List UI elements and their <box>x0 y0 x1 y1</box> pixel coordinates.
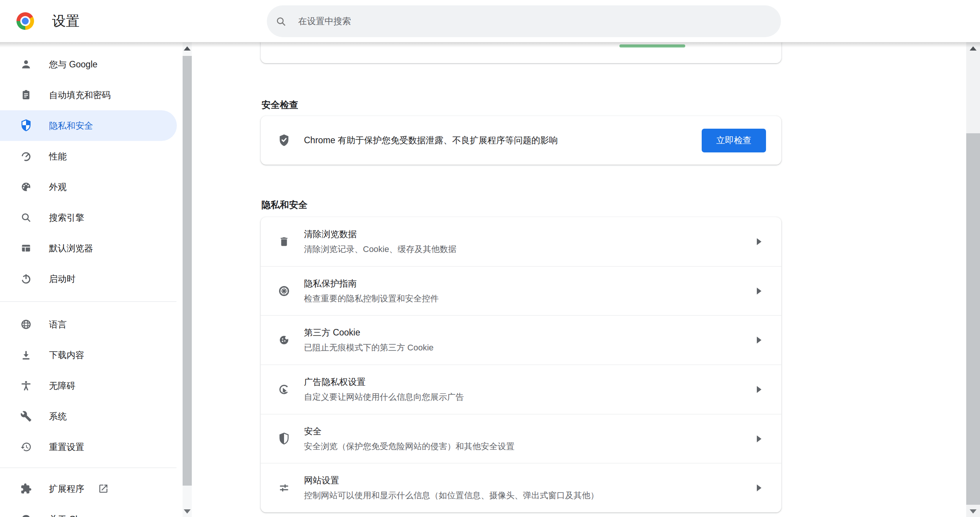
privacy-settings-card: 清除浏览数据 清除浏览记录、Cookie、缓存及其他数据 隐私保护 <box>261 217 781 512</box>
magnifier-icon <box>20 212 32 223</box>
sidebar-item-system[interactable]: 系统 <box>0 401 177 432</box>
main-scrollbar-thumb[interactable] <box>966 133 980 505</box>
row-subtitle: 检查重要的隐私控制设置和安全控件 <box>304 293 439 304</box>
sidebar-item-autofill[interactable]: 自动填充和密码 <box>0 80 177 110</box>
puzzle-icon <box>20 483 32 494</box>
safety-check-heading: 安全检查 <box>261 100 298 110</box>
safety-check-card: Chrome 有助于保护您免受数据泄露、不良扩展程序等问题的影响 立即检查 <box>261 116 781 165</box>
sidebar-item-label: 性能 <box>49 151 67 162</box>
globe-icon <box>20 319 32 330</box>
sidebar-item-accessibility[interactable]: 无障碍 <box>0 370 177 401</box>
power-icon <box>20 273 32 285</box>
sidebar-item-label: 外观 <box>49 181 67 193</box>
row-title: 隐私保护指南 <box>304 278 439 290</box>
chrome-gray-icon <box>20 514 32 517</box>
sidebar-item-about-chrome[interactable]: 关于 Chrome <box>0 504 177 517</box>
row-subtitle: 已阻止无痕模式下的第三方 Cookie <box>304 342 434 353</box>
sidebar-item-reset-settings[interactable]: 重置设置 <box>0 432 177 462</box>
toolbar: 设置 在设置中搜索 <box>0 0 980 42</box>
main-scrollbar[interactable] <box>966 42 980 517</box>
chevron-right-icon <box>757 238 761 245</box>
security-shield-icon <box>278 432 291 445</box>
privacy-shield-icon <box>20 119 32 132</box>
row-title: 第三方 Cookie <box>304 327 434 339</box>
sidebar-scrollbar-thumb[interactable] <box>183 56 192 486</box>
sidebar-item-label: 语言 <box>49 319 67 330</box>
download-icon <box>20 349 32 361</box>
sidebar-divider <box>0 301 176 302</box>
shield-check-icon <box>278 134 290 147</box>
row-title: 广告隐私权设置 <box>304 376 464 388</box>
row-ad-privacy[interactable]: 广告隐私权设置 自定义要让网站使用什么信息向您展示广告 <box>261 365 781 414</box>
row-subtitle: 自定义要让网站使用什么信息向您展示广告 <box>304 391 464 403</box>
sidebar-item-default-browser[interactable]: 默认浏览器 <box>0 233 177 263</box>
open-in-new-icon <box>98 483 109 494</box>
chrome-settings-window: 设置 在设置中搜索 您与 Google <box>0 0 980 517</box>
chevron-right-icon <box>757 386 761 393</box>
sidebar-item-label: 搜索引擎 <box>49 212 84 224</box>
sidebar-item-label: 您与 Google <box>49 59 98 70</box>
sidebar-item-label: 隐私和安全 <box>49 120 93 132</box>
check-now-button[interactable]: 立即检查 <box>702 129 766 152</box>
sidebar-item-you-and-google[interactable]: 您与 Google <box>0 49 177 80</box>
sidebar-item-extensions[interactable]: 扩展程序 <box>0 473 177 504</box>
row-security[interactable]: 安全 安全浏览（保护您免受危险网站的侵害）和其他安全设置 <box>261 414 781 463</box>
sidebar-item-label: 扩展程序 <box>49 483 84 495</box>
sidebar: 您与 Google 自动填充和密码 <box>0 42 183 517</box>
person-icon <box>20 59 32 70</box>
sidebar-item-label: 无障碍 <box>49 380 75 392</box>
row-privacy-guide[interactable]: 隐私保护指南 检查重要的隐私控制设置和安全控件 <box>261 266 781 316</box>
chevron-right-icon <box>757 484 761 491</box>
sidebar-item-label: 默认浏览器 <box>49 242 93 254</box>
chevron-right-icon <box>757 288 761 294</box>
compass-icon <box>278 285 291 297</box>
sidebar-item-on-startup[interactable]: 启动时 <box>0 263 177 294</box>
row-title: 清除浏览数据 <box>304 228 456 240</box>
search-input[interactable]: 在设置中搜索 <box>267 5 781 37</box>
sidebar-item-label: 下载内容 <box>49 349 84 361</box>
history-reset-icon <box>20 441 32 453</box>
sidebar-item-appearance[interactable]: 外观 <box>0 172 177 202</box>
sidebar-item-downloads[interactable]: 下载内容 <box>0 340 177 370</box>
scroll-up-arrow-icon[interactable] <box>184 46 191 51</box>
row-third-party-cookies[interactable]: 第三方 Cookie 已阻止无痕模式下的第三方 Cookie <box>261 315 781 365</box>
ads-cursor-icon <box>278 383 291 396</box>
row-title: 网站设置 <box>304 474 599 486</box>
row-site-settings[interactable]: 网站设置 控制网站可以使用和显示什么信息（如位置信息、摄像头、弹出式窗口及其他） <box>261 463 781 512</box>
speedometer-icon <box>20 151 32 162</box>
main-content: 安全检查 Chrome 有助于保护您免受数据泄露、不良扩展程序等问题的影响 立即… <box>261 42 781 517</box>
chevron-right-icon <box>757 337 761 344</box>
trash-icon <box>278 236 291 247</box>
chrome-logo-icon <box>16 12 34 30</box>
row-subtitle: 清除浏览记录、Cookie、缓存及其他数据 <box>304 244 456 255</box>
browser-window-icon <box>20 242 32 254</box>
sidebar-item-label: 系统 <box>49 411 67 422</box>
row-clear-browsing-data[interactable]: 清除浏览数据 清除浏览记录、Cookie、缓存及其他数据 <box>261 217 781 266</box>
sidebar-item-performance[interactable]: 性能 <box>0 141 177 172</box>
wrench-icon <box>20 411 32 422</box>
green-progress-bar <box>619 44 685 47</box>
chevron-right-icon <box>757 435 761 442</box>
scroll-down-arrow-icon[interactable] <box>184 509 191 514</box>
sidebar-item-label: 重置设置 <box>49 441 84 453</box>
sidebar-item-privacy-and-security[interactable]: 隐私和安全 <box>0 110 177 141</box>
scroll-down-arrow-icon[interactable] <box>970 509 977 514</box>
row-title: 安全 <box>304 425 514 437</box>
sidebar-scrollbar[interactable] <box>183 42 192 517</box>
clipboard-icon <box>20 89 32 101</box>
accessibility-icon <box>20 380 32 391</box>
partial-top-card <box>261 42 781 63</box>
search-placeholder: 在设置中搜索 <box>298 15 351 27</box>
safety-check-text: Chrome 有助于保护您免受数据泄露、不良扩展程序等问题的影响 <box>304 134 558 146</box>
row-subtitle: 安全浏览（保护您免受危险网站的侵害）和其他安全设置 <box>304 441 514 452</box>
page-title: 设置 <box>52 13 80 29</box>
sidebar-item-label: 启动时 <box>49 273 75 285</box>
scroll-up-arrow-icon[interactable] <box>970 46 977 51</box>
sidebar-item-label: 关于 Chrome <box>49 514 100 517</box>
sidebar-item-label: 自动填充和密码 <box>49 89 111 101</box>
sidebar-item-languages[interactable]: 语言 <box>0 309 177 340</box>
sidebar-divider <box>0 468 176 468</box>
palette-icon <box>20 181 32 193</box>
tune-sliders-icon <box>278 482 291 494</box>
sidebar-item-search-engine[interactable]: 搜索引擎 <box>0 202 177 233</box>
